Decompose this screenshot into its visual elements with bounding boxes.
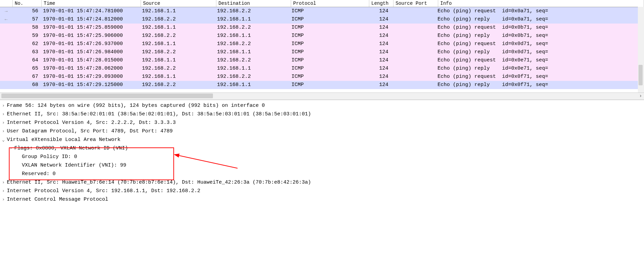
cell-info: Echo (ping) reply id=0x0e71, seq=: [435, 64, 644, 73]
chevron-right-icon[interactable]: ›: [0, 120, 7, 125]
cell-source: 192.168.1.1: [140, 24, 215, 32]
cell-info: Echo (ping) reply id=0x0a71, seq=: [435, 15, 644, 24]
cell-source: 192.168.1.1: [140, 73, 215, 81]
tree-vxlan-reserved[interactable]: Reserved: 0: [0, 170, 644, 178]
tree-udp[interactable]: ›User Datagram Protocol, Src Port: 4789,…: [0, 127, 644, 135]
col-header-length[interactable]: Length: [369, 0, 393, 7]
tree-frame[interactable]: ›Frame 56: 124 bytes on wire (992 bits),…: [0, 101, 644, 110]
cell-source: 192.168.1.1: [140, 40, 215, 48]
chevron-right-icon[interactable]: ›: [0, 112, 7, 117]
packet-row[interactable]: 681970-01-01 15:47:29.125000192.168.2.21…: [0, 81, 644, 89]
cell-info: Echo (ping) request id=0x0d71, seq=: [435, 40, 644, 48]
col-header-info[interactable]: Info: [438, 0, 644, 7]
tree-label: Internet Protocol Version 4, Src: 2.2.2.…: [7, 120, 176, 126]
direction-arrow-icon: ←: [0, 15, 12, 24]
cell-no: 62: [12, 40, 41, 48]
direction-arrow-icon: [0, 56, 12, 64]
chevron-right-icon[interactable]: ›: [0, 188, 7, 194]
cell-time: 1970-01-01 15:47:25.859000: [41, 24, 140, 32]
cell-destination: 192.168.1.1: [215, 64, 289, 73]
tree-ethernet-outer[interactable]: ›Ethernet II, Src: 38:5a:5e:02:01:01 (38…: [0, 110, 644, 118]
col-header-time[interactable]: Time: [42, 0, 141, 7]
cell-no: 59: [12, 32, 41, 40]
cell-destination: 192.168.2.2: [215, 7, 289, 15]
tree-vxlan[interactable]: ⌄Virtual eXtensible Local Area Network: [0, 135, 644, 144]
tree-vxlan-vni[interactable]: VXLAN Network Identifier (VNI): 99: [0, 161, 644, 170]
direction-arrow-icon: [0, 64, 12, 73]
col-header-marker[interactable]: [0, 0, 13, 7]
vertical-scrollbar[interactable]: [638, 7, 644, 93]
cell-source-port: [391, 48, 435, 56]
cell-no: 67: [12, 73, 41, 81]
horizontal-scrollbar-thumb[interactable]: [1, 94, 213, 98]
cell-no: 68: [12, 81, 41, 89]
chevron-right-icon[interactable]: ›: [0, 129, 7, 134]
cell-destination: 192.168.1.1: [215, 81, 289, 89]
cell-source: 192.168.2.2: [140, 15, 215, 24]
chevron-down-icon[interactable]: ⌄: [0, 137, 7, 143]
horizontal-scrollbar[interactable]: ›: [0, 92, 644, 100]
col-header-no[interactable]: No.: [13, 0, 42, 7]
chevron-right-icon[interactable]: ›: [0, 180, 7, 185]
cell-no: 63: [12, 48, 41, 56]
chevron-right-icon[interactable]: ›: [0, 197, 7, 202]
packet-row[interactable]: 631970-01-01 15:47:26.984000192.168.2.21…: [0, 48, 644, 56]
chevron-right-icon[interactable]: ›: [8, 146, 14, 151]
tree-vxlan-gpid[interactable]: Group Policy ID: 0: [0, 153, 644, 161]
direction-arrow-icon: [0, 24, 12, 32]
tree-label: Internet Protocol Version 4, Src: 192.16…: [7, 188, 200, 194]
cell-time: 1970-01-01 15:47:28.015000: [41, 56, 140, 64]
col-header-destination[interactable]: Destination: [216, 0, 291, 7]
cell-destination: 192.168.1.1: [215, 32, 289, 40]
tree-ipv4-outer[interactable]: ›Internet Protocol Version 4, Src: 2.2.2…: [0, 118, 644, 127]
tree-ethernet-inner[interactable]: ›Ethernet II, Src: HuaweiTe_b7:6e:14 (70…: [0, 178, 644, 187]
cell-source: 192.168.1.1: [140, 56, 215, 64]
vertical-scrollbar-thumb[interactable]: [639, 65, 643, 85]
cell-destination: 192.168.1.1: [215, 15, 289, 24]
cell-length: 124: [367, 48, 391, 56]
cell-length: 124: [367, 81, 391, 89]
direction-arrow-icon: [0, 81, 12, 89]
chevron-right-icon[interactable]: ›: [0, 103, 7, 108]
cell-length: 124: [367, 15, 391, 24]
cell-no: 56: [12, 7, 41, 15]
cell-no: 64: [12, 56, 41, 64]
packet-list-rows[interactable]: →561970-01-01 15:47:24.781000192.168.1.1…: [0, 7, 644, 89]
cell-length: 124: [367, 73, 391, 81]
cell-length: 124: [367, 32, 391, 40]
tree-label: Flags: 0x0800, VXLAN Network ID (VNI): [14, 145, 128, 151]
packet-list-header: No. Time Source Destination Protocol Len…: [0, 0, 644, 7]
cell-protocol: ICMP: [289, 81, 367, 89]
col-header-source-port[interactable]: Source Port: [393, 0, 438, 7]
cell-destination: 192.168.2.2: [215, 56, 289, 64]
tree-label: Frame 56: 124 bytes on wire (992 bits), …: [7, 103, 265, 109]
col-header-protocol[interactable]: Protocol: [291, 0, 369, 7]
tree-ipv4-inner[interactable]: ›Internet Protocol Version 4, Src: 192.1…: [0, 187, 644, 195]
cell-info: Echo (ping) request id=0x0e71, seq=: [435, 56, 644, 64]
direction-arrow-icon: →: [0, 7, 12, 15]
cell-time: 1970-01-01 15:47:26.984000: [41, 48, 140, 56]
col-header-source[interactable]: Source: [141, 0, 216, 7]
packet-row[interactable]: 591970-01-01 15:47:25.906000192.168.2.21…: [0, 32, 644, 40]
packet-row[interactable]: 621970-01-01 15:47:26.937000192.168.1.11…: [0, 40, 644, 48]
packet-row[interactable]: 651970-01-01 15:47:28.062000192.168.2.21…: [0, 64, 644, 73]
packet-row[interactable]: 641970-01-01 15:47:28.015000192.168.1.11…: [0, 56, 644, 64]
cell-source: 192.168.2.2: [140, 64, 215, 73]
tree-icmp[interactable]: ›Internet Control Message Protocol: [0, 195, 644, 204]
packet-row[interactable]: 671970-01-01 15:47:29.093000192.168.1.11…: [0, 73, 644, 81]
cell-length: 124: [367, 56, 391, 64]
packet-row[interactable]: 581970-01-01 15:47:25.859000192.168.1.11…: [0, 24, 644, 32]
cell-time: 1970-01-01 15:47:24.781000: [41, 7, 140, 15]
cell-source: 192.168.1.1: [140, 7, 215, 15]
cell-info: Echo (ping) reply id=0x0b71, seq=: [435, 32, 644, 40]
scroll-right-icon[interactable]: ›: [637, 93, 644, 100]
cell-time: 1970-01-01 15:47:26.937000: [41, 40, 140, 48]
cell-protocol: ICMP: [289, 73, 367, 81]
tree-label: Reserved: 0: [22, 171, 56, 177]
cell-source-port: [391, 64, 435, 73]
packet-row[interactable]: →561970-01-01 15:47:24.781000192.168.1.1…: [0, 7, 644, 15]
cell-info: Echo (ping) request id=0x0b71, seq=: [435, 24, 644, 32]
packet-row[interactable]: ←571970-01-01 15:47:24.812000192.168.2.2…: [0, 15, 644, 24]
cell-no: 57: [12, 15, 41, 24]
tree-vxlan-flags[interactable]: ›Flags: 0x0800, VXLAN Network ID (VNI): [0, 144, 644, 153]
